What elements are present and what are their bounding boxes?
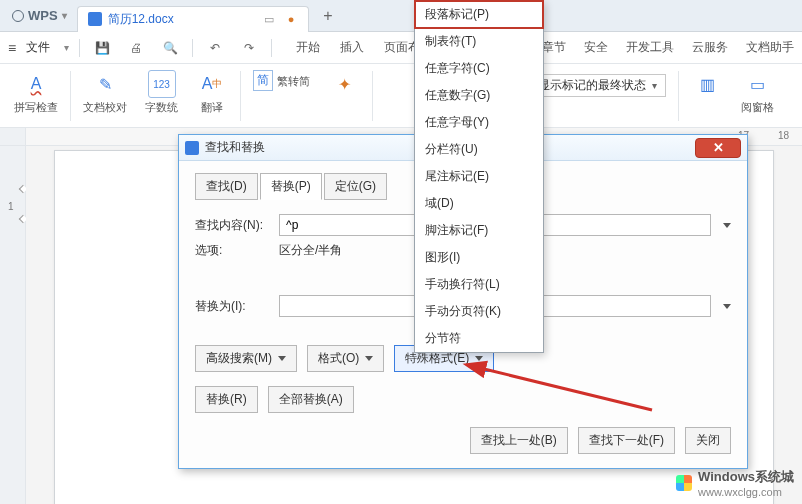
title-bar: WPS ▾ 简历12.docx ▭ ● + xyxy=(0,0,802,32)
dialog-icon xyxy=(185,141,199,155)
separator xyxy=(79,39,80,57)
file-menu-caret[interactable]: ▾ xyxy=(64,42,69,53)
special-icon: ✦ xyxy=(330,70,358,98)
menu-item-paragraph-mark[interactable]: 段落标记(P) xyxy=(414,0,544,29)
print-icon[interactable] xyxy=(124,36,148,60)
document-name: 简历12.docx xyxy=(108,11,174,28)
special-format-menu: 段落标记(P) 制表符(T) 任意字符(C) 任意数字(G) 任意字母(Y) 分… xyxy=(414,0,544,353)
dialog-close-button[interactable]: ✕ xyxy=(695,138,741,158)
chevron-down-icon: ▾ xyxy=(652,80,657,91)
zh-convert-icon: 简 xyxy=(253,70,273,91)
ribbon-right-tabs: 章节 安全 开发工具 云服务 文档助手 xyxy=(542,39,794,56)
undo-icon[interactable] xyxy=(203,36,227,60)
separator xyxy=(192,39,193,57)
menu-item-graphic[interactable]: 图形(I) xyxy=(415,244,543,271)
menu-item-footnote-mark[interactable]: 脚注标记(F) xyxy=(415,217,543,244)
menu-item-field[interactable]: 域(D) xyxy=(415,190,543,217)
options-label: 选项: xyxy=(195,242,271,259)
menu-item-tab-char[interactable]: 制表符(T) xyxy=(415,28,543,55)
file-menu[interactable]: 文件 xyxy=(26,39,50,56)
tab-doc-helper[interactable]: 文档助手 xyxy=(746,39,794,56)
tab-replace[interactable]: 替换(P) xyxy=(260,173,322,200)
tab-find[interactable]: 查找(D) xyxy=(195,173,258,200)
ruler-mark: 1 xyxy=(8,201,14,212)
tab-dirty-icon: ▭ xyxy=(260,13,278,26)
close-button[interactable]: 关闭 xyxy=(685,427,731,454)
doc-icon xyxy=(88,12,102,26)
find-prev-button[interactable]: 查找上一处(B) xyxy=(470,427,568,454)
watermark: Windows系统城 www.wxclgg.com xyxy=(676,468,794,498)
replace-with-label: 替换为(I): xyxy=(195,298,271,315)
menu-item-manual-page[interactable]: 手动分页符(K) xyxy=(415,298,543,325)
hamburger-icon[interactable]: ≡ xyxy=(8,40,16,56)
menu-item-section-break[interactable]: 分节符 xyxy=(415,325,543,352)
globe-icon xyxy=(12,10,24,22)
tab-security[interactable]: 安全 xyxy=(584,39,608,56)
spellcheck-icon: A xyxy=(22,70,50,98)
watermark-url: www.wxclgg.com xyxy=(698,486,794,498)
chevron-down-icon xyxy=(278,356,286,361)
ruler-mark: 18 xyxy=(778,130,789,141)
ribbon-spellcheck[interactable]: A 拼写检查 xyxy=(8,68,64,117)
menu-item-any-char[interactable]: 任意字符(C) xyxy=(415,55,543,82)
print-preview-icon[interactable] xyxy=(158,36,182,60)
tab-chapter[interactable]: 章节 xyxy=(542,39,566,56)
format-button[interactable]: 格式(O) xyxy=(307,345,384,372)
ribbon-doc-proof[interactable]: ✎ 文档校对 xyxy=(77,68,133,117)
replace-button[interactable]: 替换(R) xyxy=(195,386,258,413)
tab-restore-icon[interactable]: ● xyxy=(284,13,299,25)
chevron-down-icon[interactable]: ▾ xyxy=(62,10,67,21)
redo-icon[interactable] xyxy=(237,36,261,60)
menu-item-any-digit[interactable]: 任意数字(G) xyxy=(415,82,543,109)
wps-logo: WPS ▾ xyxy=(6,8,73,23)
ribbon-view-pane[interactable]: ▭ 阅窗格 xyxy=(735,68,780,117)
doc-proof-icon: ✎ xyxy=(91,70,119,98)
ribbon-special[interactable]: ✦ xyxy=(322,68,366,100)
find-content-label: 查找内容(N): xyxy=(195,217,271,234)
replace-all-button[interactable]: 全部替换(A) xyxy=(268,386,354,413)
menu-row: ≡ 文件 ▾ 开始 插入 页面布局 章节 安全 开发工具 云服务 文档助手 xyxy=(0,32,802,64)
ribbon-tabs: 开始 插入 页面布局 xyxy=(296,39,432,56)
tab-home[interactable]: 开始 xyxy=(296,39,320,56)
dialog-title: 查找和替换 xyxy=(205,139,265,156)
separator xyxy=(271,39,272,57)
tab-cloud[interactable]: 云服务 xyxy=(692,39,728,56)
menu-item-manual-line[interactable]: 手动换行符(L) xyxy=(415,271,543,298)
advanced-search-button[interactable]: 高级搜索(M) xyxy=(195,345,297,372)
separator xyxy=(70,71,71,121)
options-value: 区分全/半角 xyxy=(279,242,342,259)
nav-pane-icon: ▥ xyxy=(693,70,721,98)
menu-item-column-break[interactable]: 分栏符(U) xyxy=(415,136,543,163)
new-tab-button[interactable]: + xyxy=(313,7,342,25)
vertical-ruler: 1 xyxy=(0,146,26,504)
ribbon: A 拼写检查 ✎ 文档校对 123 字数统 A中 翻译 简 繁转简 ✦ 显示标记… xyxy=(0,64,802,128)
translate-icon: A中 xyxy=(198,70,226,98)
separator xyxy=(240,71,241,121)
ribbon-nav-pane[interactable]: ▥ xyxy=(685,68,729,100)
tab-dev[interactable]: 开发工具 xyxy=(626,39,674,56)
markup-display-dropdown[interactable]: 显示标记的最终状态 ▾ xyxy=(529,74,666,97)
replace-history-dropdown[interactable] xyxy=(723,304,731,309)
save-icon[interactable] xyxy=(90,36,114,60)
document-tab[interactable]: 简历12.docx ▭ ● xyxy=(77,6,310,32)
annotation-arrow xyxy=(472,360,662,423)
find-next-button[interactable]: 查找下一处(F) xyxy=(578,427,675,454)
menu-item-any-letter[interactable]: 任意字母(Y) xyxy=(415,109,543,136)
ribbon-word-count[interactable]: 123 字数统 xyxy=(139,68,184,117)
wps-label: WPS xyxy=(28,8,58,23)
view-pane-icon: ▭ xyxy=(744,70,772,98)
watermark-logo-icon xyxy=(676,475,692,491)
ruler-corner xyxy=(0,128,26,145)
word-count-icon: 123 xyxy=(148,70,176,98)
watermark-brand: Windows系统城 xyxy=(698,468,794,486)
markup-display-value: 显示标记的最终状态 xyxy=(538,77,646,94)
ribbon-trad-simp[interactable]: 简 繁转简 xyxy=(247,68,316,93)
svg-line-0 xyxy=(480,368,652,410)
separator xyxy=(372,71,373,121)
menu-item-endnote-mark[interactable]: 尾注标记(E) xyxy=(415,163,543,190)
tab-insert[interactable]: 插入 xyxy=(340,39,364,56)
ribbon-translate[interactable]: A中 翻译 xyxy=(190,68,234,117)
find-history-dropdown[interactable] xyxy=(723,223,731,228)
tab-goto[interactable]: 定位(G) xyxy=(324,173,387,200)
separator xyxy=(678,71,679,121)
